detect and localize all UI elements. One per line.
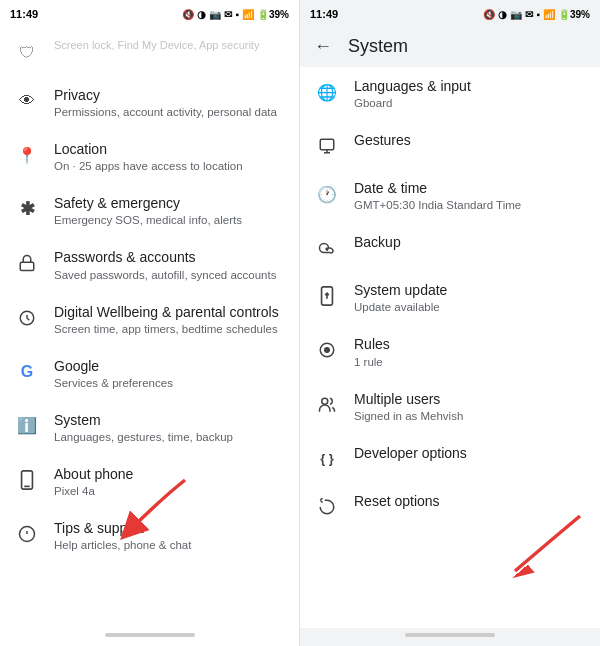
sidebar-item-wellbeing[interactable]: Digital Wellbeing & parental controls Sc… <box>0 293 299 347</box>
system-header: ← System <box>300 28 600 67</box>
reset-title: Reset options <box>354 492 586 510</box>
system-item-update[interactable]: System update Update available <box>300 271 600 325</box>
datetime-subtitle: GMT+05:30 India Standard Time <box>354 198 586 213</box>
rules-title: Rules <box>354 335 586 353</box>
settings-list-left: 👁 Privacy Permissions, account activity,… <box>0 76 299 628</box>
privacy-title: Privacy <box>54 86 285 104</box>
wellbeing-icon <box>14 305 40 331</box>
left-time: 11:49 <box>10 8 38 20</box>
developer-icon: { } <box>314 446 340 472</box>
sidebar-item-system[interactable]: ℹ️ System Languages, gestures, time, bac… <box>0 401 299 455</box>
shield-icon: 🛡 <box>14 40 40 66</box>
svg-rect-5 <box>320 139 334 150</box>
right-status-bar: 11:49 🔇 ◑ 📷 ✉ ▪ 📶 🔋39% <box>300 0 600 28</box>
svg-rect-0 <box>20 263 34 271</box>
update-title: System update <box>354 281 586 299</box>
google-title: Google <box>54 357 285 375</box>
developer-title: Developer options <box>354 444 586 462</box>
safety-subtitle: Emergency SOS, medical info, alerts <box>54 213 285 228</box>
list-item[interactable]: 🛡 Screen lock, Find My Device, App secur… <box>0 28 299 76</box>
backup-title: Backup <box>354 233 586 251</box>
system-page-title: System <box>348 36 408 57</box>
sidebar-item-passwords[interactable]: Passwords & accounts Saved passwords, au… <box>0 238 299 292</box>
right-nav-pill <box>405 633 495 637</box>
sidebar-item-safety[interactable]: ✱ Safety & emergency Emergency SOS, medi… <box>0 184 299 238</box>
sidebar-item-location[interactable]: 📍 Location On · 25 apps have access to l… <box>0 130 299 184</box>
nav-pill <box>105 633 195 637</box>
rules-icon <box>314 337 340 363</box>
location-icon: 📍 <box>14 142 40 168</box>
system-item-rules[interactable]: Rules 1 rule <box>300 325 600 379</box>
datetime-title: Date & time <box>354 179 586 197</box>
sidebar-item-about[interactable]: About phone Pixel 4a <box>0 455 299 509</box>
datetime-icon: 🕐 <box>314 181 340 207</box>
about-icon <box>14 467 40 493</box>
google-icon: G <box>14 359 40 385</box>
back-button[interactable]: ← <box>314 36 332 57</box>
right-panel: 11:49 🔇 ◑ 📷 ✉ ▪ 📶 🔋39% ← System 🌐 Langua… <box>300 0 600 646</box>
gestures-title: Gestures <box>354 131 586 149</box>
passwords-title: Passwords & accounts <box>54 248 285 266</box>
system-settings-list: 🌐 Languages & input Gboard Gestures <box>300 67 600 628</box>
safety-title: Safety & emergency <box>54 194 285 212</box>
languages-subtitle: Gboard <box>354 96 586 111</box>
tips-title: Tips & support <box>54 519 285 537</box>
left-status-bar: 11:49 🔇 ◑ 📷 ✉ ▪ 📶 🔋39% <box>0 0 299 28</box>
tips-icon <box>14 521 40 547</box>
system-title: System <box>54 411 285 429</box>
system-icon: ℹ️ <box>14 413 40 439</box>
location-subtitle: On · 25 apps have access to location <box>54 159 285 174</box>
left-bottom-bar <box>0 628 299 646</box>
sidebar-item-privacy[interactable]: 👁 Privacy Permissions, account activity,… <box>0 76 299 130</box>
system-item-backup[interactable]: Backup <box>300 223 600 271</box>
gestures-icon <box>314 133 340 159</box>
left-panel: 11:49 🔇 ◑ 📷 ✉ ▪ 📶 🔋39% 🛡 Screen lock, Fi… <box>0 0 300 646</box>
wellbeing-title: Digital Wellbeing & parental controls <box>54 303 285 321</box>
languages-title: Languages & input <box>354 77 586 95</box>
about-subtitle: Pixel 4a <box>54 484 285 499</box>
safety-icon: ✱ <box>14 196 40 222</box>
system-item-datetime[interactable]: 🕐 Date & time GMT+05:30 India Standard T… <box>300 169 600 223</box>
tips-subtitle: Help articles, phone & chat <box>54 538 285 553</box>
rules-subtitle: 1 rule <box>354 355 586 370</box>
users-icon <box>314 392 340 418</box>
sidebar-item-google[interactable]: G Google Services & preferences <box>0 347 299 401</box>
reset-icon <box>314 494 340 520</box>
wellbeing-subtitle: Screen time, app timers, bedtime schedul… <box>54 322 285 337</box>
users-subtitle: Signed in as Mehvish <box>354 409 586 424</box>
update-icon <box>314 283 340 309</box>
system-item-gestures[interactable]: Gestures <box>300 121 600 169</box>
system-item-languages[interactable]: 🌐 Languages & input Gboard <box>300 67 600 121</box>
system-item-developer[interactable]: { } Developer options <box>300 434 600 482</box>
privacy-icon: 👁 <box>14 88 40 114</box>
google-subtitle: Services & preferences <box>54 376 285 391</box>
location-title: Location <box>54 140 285 158</box>
system-item-reset[interactable]: Reset options <box>300 482 600 530</box>
backup-icon <box>314 235 340 261</box>
passwords-subtitle: Saved passwords, autofill, synced accoun… <box>54 268 285 283</box>
right-bottom-bar <box>300 628 600 646</box>
svg-point-8 <box>325 348 330 353</box>
sidebar-item-tips[interactable]: Tips & support Help articles, phone & ch… <box>0 509 299 563</box>
about-title: About phone <box>54 465 285 483</box>
passwords-icon <box>14 250 40 276</box>
system-item-users[interactable]: Multiple users Signed in as Mehvish <box>300 380 600 434</box>
update-subtitle: Update available <box>354 300 586 315</box>
right-time: 11:49 <box>310 8 338 20</box>
right-status-icons: 🔇 ◑ 📷 ✉ ▪ 📶 🔋39% <box>483 9 590 20</box>
privacy-subtitle: Permissions, account activity, personal … <box>54 105 285 120</box>
system-subtitle: Languages, gestures, time, backup <box>54 430 285 445</box>
left-status-icons: 🔇 ◑ 📷 ✉ ▪ 📶 🔋39% <box>182 9 289 20</box>
svg-point-9 <box>322 398 328 404</box>
users-title: Multiple users <box>354 390 586 408</box>
languages-icon: 🌐 <box>314 79 340 105</box>
